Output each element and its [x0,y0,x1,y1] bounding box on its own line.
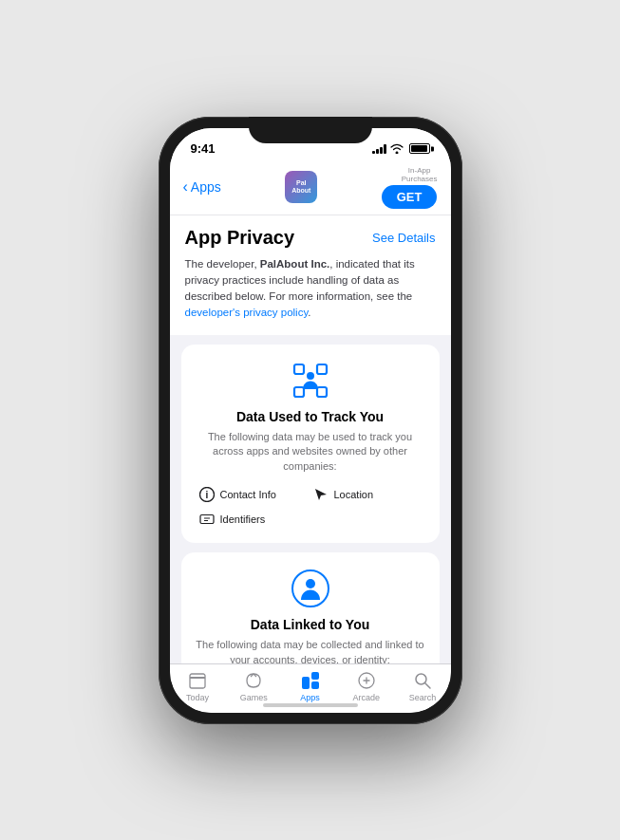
tab-today[interactable]: Today [170,670,226,702]
content-scroll[interactable]: App Privacy See Details The developer, P… [170,215,451,667]
card-track-description: The following data may be used to track … [195,430,426,476]
tab-apps-label: Apps [300,693,320,702]
nav-bar: ‹ Apps PalAbout In-App Purchases GET [170,162,451,215]
signal-icon [372,144,386,154]
privacy-title-row: App Privacy See Details [185,227,436,249]
search-icon [412,670,433,691]
wifi-icon [390,143,404,154]
track-item-location: Location [312,486,423,503]
app-icon: PalAbout [285,171,317,203]
tab-arcade[interactable]: Arcade [338,670,394,702]
get-button[interactable]: GET [382,185,438,209]
status-time: 9:41 [191,141,216,156]
track-item-identifiers: Identifiers [198,511,309,528]
privacy-policy-link[interactable]: developer's privacy policy [185,307,309,318]
see-details-link[interactable]: See Details [372,231,435,245]
phone-frame: 9:41 ‹ [159,117,462,724]
battery-icon [409,143,430,154]
chevron-left-icon: ‹ [183,178,188,196]
privacy-title: App Privacy [185,227,295,249]
home-indicator [263,703,358,707]
arcade-icon [356,670,377,691]
tab-arcade-label: Arcade [352,693,380,702]
back-label: Apps [191,179,221,195]
svg-rect-3 [317,387,327,397]
phone-screen: 9:41 ‹ [170,128,451,713]
developer-name: PalAbout Inc. [260,258,329,270]
svg-rect-1 [317,364,327,374]
svg-rect-24 [302,677,310,689]
svg-rect-22 [190,674,205,688]
card-linked-title: Data Linked to You [195,617,426,632]
location-arrow-icon [312,486,329,503]
track-item-contact: i Contact Info [198,486,309,503]
track-icon-area [195,360,426,401]
status-icons [372,143,430,154]
games-icon [243,670,264,691]
app-icon-container: PalAbout [285,171,317,203]
svg-point-12 [306,579,315,588]
in-app-label: In-App Purchases [402,166,438,183]
svg-line-29 [425,683,430,688]
svg-point-28 [416,674,426,684]
svg-rect-2 [294,387,304,397]
track-contact-label: Contact Info [220,489,276,500]
tab-games[interactable]: Games [226,670,282,702]
svg-rect-23 [190,677,205,679]
card-track-title: Data Used to Track You [195,409,426,424]
tab-search-label: Search [409,693,437,702]
tab-today-label: Today [186,693,209,702]
card-track-you: Data Used to Track You The following dat… [181,345,440,544]
card-linked-you: Data Linked to You The following data ma… [181,552,440,666]
tab-games-label: Games [240,693,268,702]
tab-apps[interactable]: Apps [282,670,338,702]
notch [249,117,372,143]
card-linked-description: The following data may be collected and … [195,638,426,666]
tab-search[interactable]: Search [394,670,450,702]
privacy-description: The developer, PalAbout Inc., indicated … [185,256,436,322]
svg-text:i: i [205,490,208,500]
track-items-grid: i Contact Info Location [195,486,426,528]
nav-right-area: In-App Purchases GET [382,166,438,209]
info-circle-icon: i [198,486,216,503]
track-location-label: Location [334,489,374,500]
track-you-icon [290,360,331,401]
svg-point-4 [307,372,314,380]
linked-you-icon [290,568,331,609]
linked-icon-area [195,568,426,609]
svg-rect-8 [200,515,214,524]
svg-marker-7 [315,489,327,500]
id-card-icon [198,511,216,528]
svg-rect-26 [311,681,319,689]
back-button[interactable]: ‹ Apps [183,178,221,196]
svg-rect-0 [294,364,304,374]
today-icon [187,670,208,691]
privacy-header: App Privacy See Details The developer, P… [170,215,451,335]
track-identifiers-label: Identifiers [220,513,266,525]
apps-icon [300,670,321,691]
svg-rect-25 [311,672,319,680]
